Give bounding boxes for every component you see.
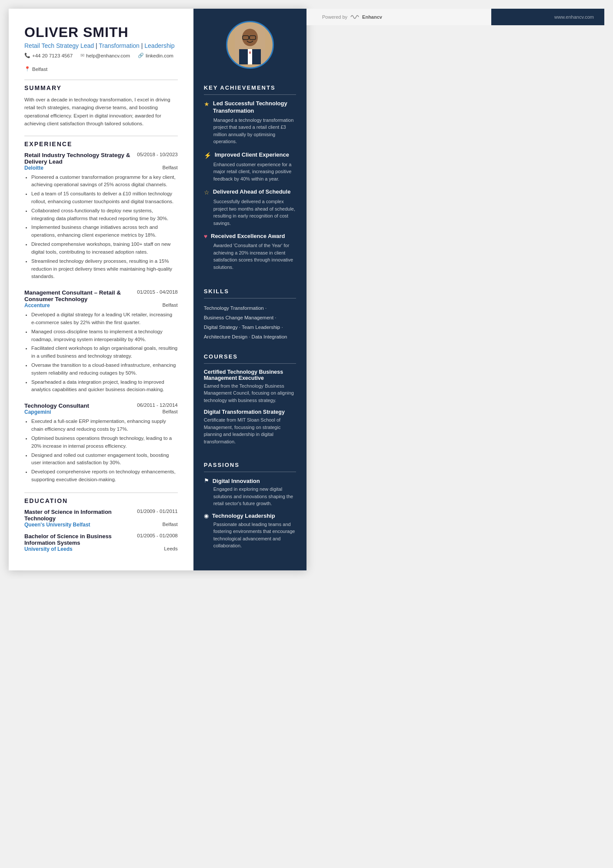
email-icon: ✉ [80,53,84,58]
edu-1-school: Queen's University Belfast [24,522,90,528]
job-1-dates: 05/2018 - 10/2023 [137,152,177,157]
location-icon: 📍 [24,66,30,72]
bullet: Executed a full-scale ERP implementation… [31,418,178,433]
bullet: Optimised business operations through te… [31,435,178,450]
achievement-1-title: Led Successful Technology Transformation [213,100,296,115]
bullet: Pioneered a customer transformation prog… [31,174,178,189]
education-divider [24,493,178,493]
profile-photo [226,21,274,69]
achievement-4: ♥ Received Excellence Award Awarded 'Con… [204,233,296,271]
skill-line-1: Technology Transformation · [204,304,296,313]
linkedin-text: linkedin.com [146,53,173,58]
email-text: help@enhancv.com [86,53,130,58]
achievement-2: ⚡ Improved Client Experience Enhanced cu… [204,151,296,183]
achievement-1-icon: ★ [204,101,210,108]
passion-1-title: Digital Innovation [213,478,260,484]
passions-divider [204,472,296,472]
passion-2-desc: Passionate about leading teams and foste… [213,521,296,550]
job-3: Technology Consultant 06/2011 - 12/2014 … [24,402,178,484]
bullet: Led a team of 15 consultants to deliver … [31,190,178,206]
skills-section: SKILLS Technology Transformation · Busin… [193,281,306,346]
course-1: Certified Technology Business Management… [204,369,296,404]
phone-icon: 📞 [24,53,30,58]
linkedin-icon: 🔗 [138,53,144,58]
job-1: Retail Industry Technology Strategy & De… [24,152,178,281]
courses-title: COURSES [204,353,296,360]
left-column: OLIVER SMITH Retail Tech Strategy Lead |… [9,9,193,570]
job-2-dates: 01/2015 - 04/2018 [137,289,177,295]
edu-2: Bachelor of Science in Business Informat… [24,533,178,552]
job-3-title: Technology Consultant [24,402,137,409]
edu-2-dates: 01/2005 - 01/2008 [137,533,177,546]
right-column: KEY ACHIEVEMENTS ★ Led Successful Techno… [193,9,306,570]
edu-2-location: Leeds [164,546,177,552]
summary-text: With over a decade in technology transfo… [24,96,178,128]
summary-section: SUMMARY With over a decade in technology… [24,84,178,128]
job-2: Management Consultant – Retail & Consume… [24,289,178,394]
edu-2-school: University of Leeds [24,546,73,552]
skill-line-4: Architecture Design · Data Integration [204,332,296,342]
title-part-3: Leadership [144,42,174,49]
achievement-2-desc: Enhanced customer experience for a major… [213,161,296,183]
job-2-company: Accenture [24,302,50,308]
courses-section: COURSES Certified Technology Business Ma… [193,346,306,455]
edu-1-location: Belfast [163,522,178,528]
experience-section: EXPERIENCE Retail Industry Technology St… [24,141,178,484]
contact-email: ✉ help@enhancv.com [80,53,130,58]
powered-by-text: Powered by [322,14,347,20]
education-section: EDUCATION Master of Science in Informati… [24,497,178,552]
location-text: Belfast [32,67,47,72]
contact-row: 📞 +44 20 7123 4567 ✉ help@enhancv.com 🔗 … [24,53,178,72]
phone-text: +44 20 7123 4567 [32,53,73,58]
passion-2-icon: ◉ [204,513,209,519]
passion-1-desc: Engaged in exploring new digital solutio… [213,486,296,507]
course-2: Digital Transformation Strategy Certific… [204,409,296,445]
website-text: www.enhancv.com [554,14,594,20]
bullet: Developed comprehensive reports on techn… [31,468,178,484]
contact-linkedin: 🔗 linkedin.com [138,53,173,58]
passions-section: PASSIONS ⚑ Digital Innovation Engaged in… [193,455,306,559]
job-3-location: Belfast [163,409,178,415]
bullet: Collaborated cross-functionally to deplo… [31,207,178,223]
achievement-4-title: Received Excellence Award [211,233,285,240]
course-1-desc: Earned from the Technology Business Mana… [204,382,296,404]
job-3-company: Capgemini [24,409,51,415]
edu-1-degree: Master of Science in Information Technol… [24,509,137,522]
skill-line-2: Business Change Management · [204,313,296,323]
achievement-3-title: Delivered Ahead of Schedule [213,188,291,196]
course-2-desc: Certificate from MIT Sloan School of Man… [204,416,296,445]
job-1-company: Deloitte [24,165,43,171]
achievement-1-desc: Managed a technology transformation proj… [213,117,296,145]
passion-1-icon: ⚑ [204,477,209,484]
job-1-bullets: Pioneered a customer transformation prog… [24,174,178,281]
achievement-2-title: Improved Client Experience [215,151,289,159]
achievement-4-icon: ♥ [204,233,207,240]
bullet: Streamlined technology delivery processe… [31,258,178,281]
job-1-location: Belfast [163,165,178,171]
bullet: Designed and rolled out customer engagem… [31,452,178,467]
bullet: Implemented business change initiatives … [31,224,178,239]
photo-area [193,9,306,77]
summary-title: SUMMARY [24,84,178,91]
left-footer: Powered by Enhancv [306,9,491,25]
skill-line-3: Digital Strategy · Team Leadership · [204,323,296,332]
title-part-1: Retail Tech Strategy Lead [24,42,94,49]
title-part-2: Transformation [99,42,140,49]
footer-bar: Powered by Enhancv www.enhancv.com [306,9,604,25]
skills-title: SKILLS [204,288,296,295]
edu-1: Master of Science in Information Technol… [24,509,178,528]
candidate-title: Retail Tech Strategy Lead | Transformati… [24,42,178,49]
bullet: Spearheaded a data integration project, … [31,379,178,394]
bullet: Oversaw the transition to a cloud-based … [31,362,178,377]
achievement-3-icon: ☆ [204,189,210,196]
right-footer: www.enhancv.com [491,9,604,25]
course-2-title: Digital Transformation Strategy [204,409,296,415]
achievements-divider [204,94,296,95]
courses-divider [204,363,296,364]
passion-2: ◉ Technology Leadership Passionate about… [204,513,296,550]
summary-divider [24,80,178,80]
job-2-bullets: Developed a digital strategy for a leadi… [24,311,178,394]
header: OLIVER SMITH Retail Tech Strategy Lead |… [24,24,178,72]
bullet: Developed a digital strategy for a leadi… [31,311,178,327]
bullet: Facilitated client workshops to align or… [31,345,178,360]
